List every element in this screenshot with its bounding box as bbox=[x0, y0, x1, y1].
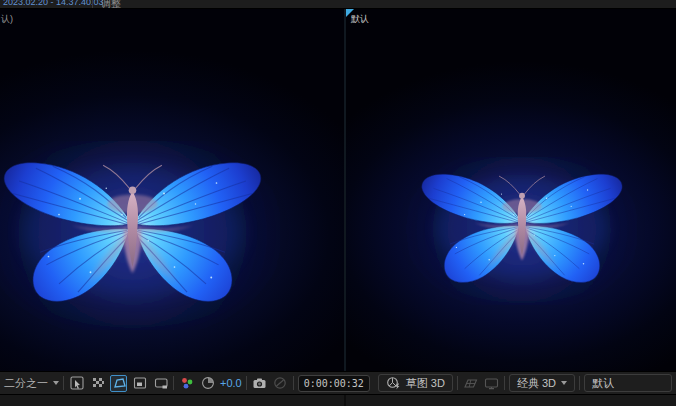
grid-and-guides-icon bbox=[70, 376, 84, 390]
panel-edge-notch bbox=[344, 395, 346, 406]
composition-viewers: 认) 默认 bbox=[0, 9, 676, 371]
renderer-value: 经典 3D bbox=[517, 376, 556, 391]
chevron-down-icon bbox=[561, 381, 567, 385]
butterfly-image-left bbox=[0, 141, 290, 330]
pixel-aspect-ratio-button[interactable] bbox=[152, 375, 169, 392]
panel-bottom-edge bbox=[0, 394, 676, 406]
toolbar-separator bbox=[63, 376, 64, 390]
reset-exposure-button[interactable] bbox=[199, 375, 216, 392]
grid-and-guides-button[interactable] bbox=[68, 375, 85, 392]
viewer-toolbar: 二分之一 bbox=[0, 371, 676, 394]
mask-visibility-button[interactable] bbox=[110, 375, 127, 392]
tab-divider bbox=[92, 0, 93, 9]
transparency-grid-button[interactable] bbox=[89, 375, 106, 392]
magnification-value: 二分之一 bbox=[4, 376, 48, 391]
show-snapshot-button[interactable] bbox=[272, 375, 289, 392]
show-channel-button[interactable] bbox=[178, 375, 195, 392]
tab-secondary[interactable]: 调整 bbox=[101, 0, 121, 9]
camera-icon bbox=[252, 376, 267, 390]
tab-composition[interactable]: 2023.02.20 - 14.37.40.03 bbox=[3, 0, 104, 7]
extended-viewer-icon bbox=[484, 376, 499, 390]
preview-time-field[interactable]: 0:00:00:32 bbox=[298, 375, 370, 392]
exposure-value[interactable]: +0.0 bbox=[220, 377, 242, 389]
region-of-interest-button[interactable] bbox=[131, 375, 148, 392]
toolbar-separator bbox=[293, 376, 294, 390]
mask-and-shape-path-icon bbox=[112, 376, 126, 390]
panel-tab-bar: 2023.02.20 - 14.37.40.03 调整 bbox=[0, 0, 676, 9]
viewport-left[interactable]: 认) bbox=[0, 9, 344, 371]
ground-plane-button[interactable] bbox=[462, 375, 479, 392]
chevron-down-icon bbox=[53, 381, 59, 385]
toolbar-separator bbox=[173, 376, 174, 390]
extended-viewer-button[interactable] bbox=[483, 375, 500, 392]
show-snapshot-icon bbox=[273, 376, 287, 390]
butterfly-image-right bbox=[399, 157, 645, 305]
snapshot-button[interactable] bbox=[251, 375, 268, 392]
view-label-left: 认) bbox=[1, 13, 13, 26]
active-view-corner-icon bbox=[346, 9, 354, 17]
draft-3d-toggle[interactable]: 草图 3D bbox=[378, 374, 453, 392]
transparency-grid-icon bbox=[91, 376, 105, 390]
draft-3d-label: 草图 3D bbox=[406, 376, 445, 391]
renderer-dropdown[interactable]: 经典 3D bbox=[509, 374, 575, 392]
viewport-right[interactable]: 默认 bbox=[346, 9, 676, 371]
toolbar-separator bbox=[504, 376, 505, 390]
region-of-interest-icon bbox=[133, 376, 147, 390]
pixel-aspect-ratio-icon bbox=[154, 376, 168, 390]
toolbar-separator bbox=[246, 376, 247, 390]
view-value: 默认 bbox=[592, 376, 614, 391]
reset-exposure-icon bbox=[201, 376, 215, 390]
view-dropdown[interactable]: 默认 bbox=[584, 374, 672, 392]
magnification-dropdown[interactable]: 二分之一 bbox=[4, 376, 59, 391]
toolbar-separator bbox=[457, 376, 458, 390]
rgb-channels-icon bbox=[180, 376, 194, 390]
after-effects-window: 2023.02.20 - 14.37.40.03 调整 认) 默认 二分之一 bbox=[0, 0, 676, 406]
draft-3d-icon bbox=[386, 376, 401, 390]
toolbar-separator bbox=[579, 376, 580, 390]
ground-plane-icon bbox=[463, 376, 478, 390]
